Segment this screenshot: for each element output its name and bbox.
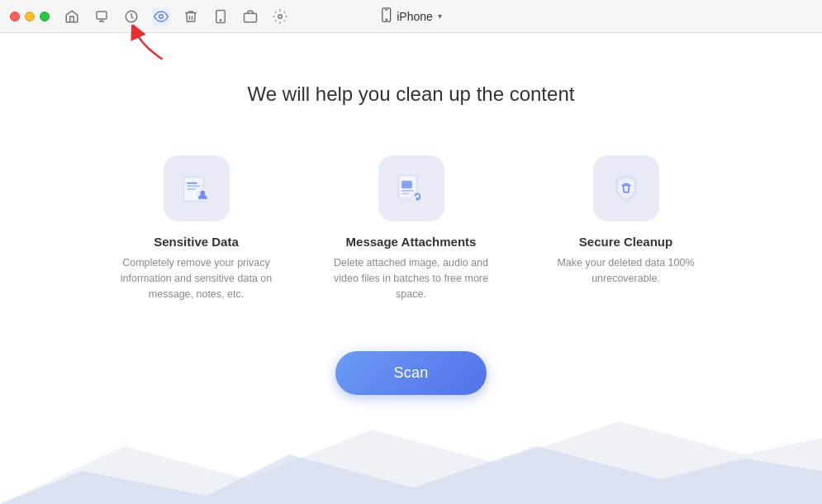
svg-point-9	[386, 19, 387, 20]
arrow-annotation	[128, 25, 169, 66]
message-attachments-icon-wrap	[378, 155, 444, 221]
message-attachments-title: Message Attachments	[346, 235, 477, 249]
mountains-background	[0, 397, 822, 504]
svg-point-2	[159, 14, 164, 18]
settings-icon[interactable]	[271, 7, 289, 26]
message-attachments-desc: Delete attached image, audio and video f…	[329, 255, 494, 302]
iphone-icon	[380, 7, 392, 26]
svg-rect-5	[245, 13, 257, 22]
svg-rect-14	[187, 185, 201, 187]
briefcase-icon[interactable]	[241, 7, 259, 26]
svg-rect-22	[401, 193, 409, 195]
home-icon[interactable]	[63, 7, 81, 26]
svg-point-7	[278, 14, 283, 18]
svg-rect-21	[401, 190, 414, 192]
svg-rect-15	[187, 188, 196, 190]
message-attachments-card: Message Attachments Delete attached imag…	[329, 155, 494, 302]
secure-cleanup-icon-wrap	[593, 155, 659, 221]
features-row: Sensitive Data Completely remove your pr…	[114, 155, 709, 302]
toolbar	[63, 7, 289, 26]
svg-rect-13	[187, 183, 197, 184]
traffic-lights	[10, 12, 50, 21]
tablet-icon[interactable]	[211, 7, 230, 26]
device-selector[interactable]: iPhone ▾	[380, 7, 442, 26]
maximize-button[interactable]	[40, 12, 50, 21]
trash-icon[interactable]	[182, 7, 200, 26]
clock-icon[interactable]	[122, 7, 140, 26]
sensitive-data-card: Sensitive Data Completely remove your pr…	[114, 155, 279, 302]
titlebar: iPhone ▾	[0, 0, 822, 33]
secure-cleanup-title: Secure Cleanup	[579, 235, 672, 249]
svg-rect-20	[401, 181, 412, 188]
scan-button[interactable]: Scan	[335, 351, 486, 395]
secure-cleanup-desc: Make your deleted data 100% unrecoverabl…	[544, 255, 709, 287]
svg-marker-27	[0, 446, 822, 504]
device-name: iPhone	[397, 10, 433, 23]
stamp-icon[interactable]	[93, 7, 111, 26]
main-content: We will help you clean up the content Se…	[0, 33, 822, 504]
sensitive-data-icon-wrap	[164, 155, 230, 221]
svg-rect-0	[97, 12, 107, 19]
svg-point-24	[416, 197, 419, 201]
close-button[interactable]	[10, 12, 20, 21]
headline: We will help you clean up the content	[248, 83, 575, 106]
chevron-down-icon: ▾	[438, 12, 442, 21]
minimize-button[interactable]	[25, 12, 35, 21]
sensitive-data-title: Sensitive Data	[154, 235, 239, 249]
sensitive-data-desc: Completely remove your privacy informati…	[114, 255, 279, 302]
svg-point-4	[220, 19, 221, 21]
secure-cleanup-card: Secure Cleanup Make your deleted data 10…	[544, 155, 709, 287]
svg-marker-26	[0, 421, 822, 504]
privacy-icon[interactable]	[152, 7, 170, 26]
